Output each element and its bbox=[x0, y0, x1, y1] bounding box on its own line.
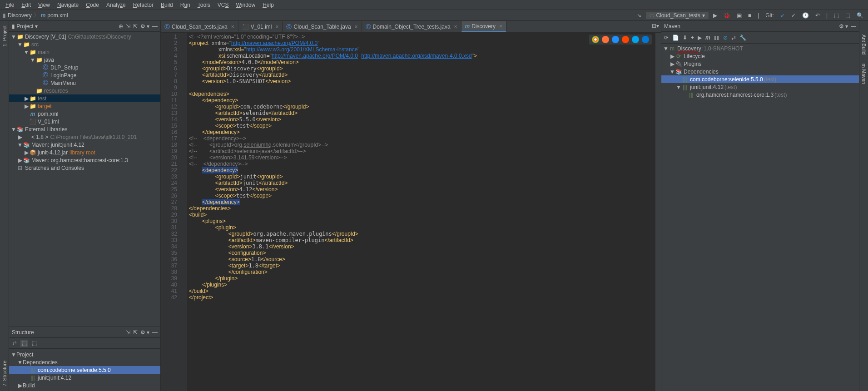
project-tree-item[interactable]: mpom.xml bbox=[9, 110, 160, 118]
menu-code[interactable]: Code bbox=[82, 1, 103, 9]
maven-tree-item[interactable]: ▼📚Dependencies bbox=[661, 68, 859, 75]
settings-icon[interactable]: ⬚ bbox=[832, 11, 841, 20]
project-tree-item[interactable]: ▼📁Discovery [V_01]C:\Git\autotests\Disco… bbox=[9, 33, 160, 40]
download-sources-icon[interactable]: ⬇ bbox=[683, 35, 687, 41]
editor-tab[interactable]: ⒸCloud_Scan_Table.java× bbox=[283, 21, 362, 32]
code-editor[interactable]: <!--<?xml version="1.0" encoding="UTF-8"… bbox=[187, 33, 655, 391]
toggle-skip-tests-icon[interactable]: ⊘ bbox=[723, 35, 728, 41]
menu-view[interactable]: View bbox=[35, 1, 54, 9]
collapse-all-icon[interactable]: ⇲ bbox=[126, 23, 130, 30]
menu-help[interactable]: Help bbox=[259, 1, 278, 9]
settings-gear-icon[interactable]: ⚙ ▾ bbox=[140, 23, 149, 30]
ie-icon[interactable] bbox=[632, 36, 639, 43]
maven-tree-item[interactable]: ▶🔌Plugins bbox=[661, 60, 859, 68]
run-configuration-selector[interactable]: ⬭ Cloud_Scan_tests ▾ bbox=[646, 12, 708, 19]
hide-panel-icon[interactable]: — bbox=[152, 23, 158, 30]
show-dependencies-icon[interactable]: ⇄ bbox=[731, 35, 736, 41]
opera-icon[interactable] bbox=[622, 36, 629, 43]
project-tool-button[interactable]: 1: Project bbox=[2, 25, 7, 46]
filter-icon[interactable]: ⬚ bbox=[20, 340, 28, 347]
close-tab-icon[interactable]: × bbox=[499, 23, 502, 30]
maven-tree-item[interactable]: |||com.codeborne:selenide:5.5.0(test) bbox=[661, 75, 859, 83]
maven-tool-button[interactable]: m Maven bbox=[861, 64, 867, 84]
stop-button[interactable]: ■ bbox=[746, 11, 753, 20]
structure-tree-item[interactable]: ▼Project bbox=[9, 351, 160, 358]
menu-refactor[interactable]: Refactor bbox=[129, 1, 157, 9]
maven-tree-item[interactable]: ▶⟳Lifecycle bbox=[661, 52, 859, 60]
maven-settings-icon[interactable]: 🔧 bbox=[739, 35, 746, 41]
structure-tree-item[interactable]: ▼Dependencies bbox=[9, 358, 160, 366]
project-tree-item[interactable]: ⒸDLP_Setup bbox=[9, 64, 160, 71]
project-tree-item[interactable]: 📁resources bbox=[9, 87, 160, 94]
settings-icon[interactable]: ⚙ ▾ bbox=[839, 23, 848, 30]
maven-tree-item[interactable]: ▼|||junit:junit:4.12(test) bbox=[661, 83, 859, 91]
menu-build[interactable]: Build bbox=[157, 1, 177, 9]
menu-tools[interactable]: Tools bbox=[194, 1, 214, 9]
project-tree-item[interactable]: ▶< 1.8 >C:\Program Files\Java\jdk1.8.0_2… bbox=[9, 133, 160, 141]
maven-tree-item[interactable]: ▼mDiscovery:1.0-SNAPSHOT bbox=[661, 45, 859, 52]
close-tab-icon[interactable]: × bbox=[355, 24, 358, 30]
vcs-history-icon[interactable]: 🕐 bbox=[800, 11, 811, 20]
menu-navigate[interactable]: Navigate bbox=[54, 1, 82, 9]
coverage-button[interactable]: ▣ bbox=[735, 11, 744, 20]
maven-tree-item[interactable]: |||org.hamcrest:hamcrest-core:1.3(test) bbox=[661, 91, 859, 99]
structure-tree-item[interactable]: |||junit:junit:4.12 bbox=[9, 374, 160, 381]
structure-tree-item[interactable]: ▶Build bbox=[9, 381, 160, 389]
project-tree[interactable]: ▼📁Discovery [V_01]C:\Git\autotests\Disco… bbox=[9, 32, 160, 327]
fold-gutter[interactable] bbox=[181, 33, 187, 391]
menu-edit[interactable]: Edit bbox=[18, 1, 35, 9]
chrome-icon[interactable] bbox=[592, 36, 599, 43]
editor-body[interactable]: 1234567891011121314151617181920212223242… bbox=[161, 33, 661, 391]
reimport-icon[interactable]: ⟳ bbox=[664, 35, 669, 41]
menu-window[interactable]: Window bbox=[232, 1, 259, 9]
safari-icon[interactable] bbox=[612, 36, 619, 43]
project-tree-item[interactable]: ▶📚Maven: org.hamcrest:hamcrest-core:1.3 bbox=[9, 156, 160, 164]
editor-tab[interactable]: ⒸDomain_Object_Tree_tests.java× bbox=[362, 21, 461, 32]
project-view-selector[interactable]: ▮ Project ▾ bbox=[12, 23, 38, 30]
project-tree-item[interactable]: ⊟Scratches and Consoles bbox=[9, 164, 160, 172]
add-maven-project-icon[interactable]: + bbox=[691, 35, 694, 41]
hide-icon[interactable]: — bbox=[851, 23, 856, 30]
run-maven-build-icon[interactable]: ▶ bbox=[698, 35, 702, 41]
project-tree-item[interactable]: ⬛V_01.iml bbox=[9, 118, 160, 125]
editor-tab[interactable]: ⒸCloud_Scan_tests.java× bbox=[161, 21, 238, 32]
expand-icon[interactable]: ⇱ bbox=[133, 329, 138, 336]
locate-icon[interactable]: ⊕ bbox=[119, 23, 123, 30]
menu-run[interactable]: Run bbox=[177, 1, 194, 9]
debug-button[interactable]: 🐞 bbox=[722, 11, 732, 20]
editor-tab[interactable]: ⬛V_01.iml× bbox=[238, 21, 283, 32]
vcs-update-icon[interactable]: ↙ bbox=[779, 11, 787, 20]
menu-analyze[interactable]: Analyze bbox=[103, 1, 129, 9]
close-tab-icon[interactable]: × bbox=[454, 24, 457, 30]
firefox-icon[interactable] bbox=[602, 36, 609, 43]
build-icon[interactable]: ↘ bbox=[635, 11, 643, 20]
project-tree-item[interactable]: ▼📚Maven: junit:junit:4.12 bbox=[9, 141, 160, 148]
overflow-icon[interactable]: ⬚ bbox=[843, 11, 852, 20]
run-button[interactable]: ▶ bbox=[711, 11, 719, 20]
settings-icon[interactable]: ⚙ ▾ bbox=[140, 329, 149, 336]
breadcrumb-file[interactable]: pom.xml bbox=[47, 12, 68, 19]
menu-file[interactable]: File bbox=[2, 1, 18, 9]
toggle-offline-icon[interactable]: ⫿⫿ bbox=[714, 35, 719, 41]
ant-build-tool-button[interactable]: Ant Build bbox=[861, 35, 867, 54]
breadcrumb-project[interactable]: Discovery bbox=[8, 12, 32, 19]
project-tree-item[interactable]: ▶📦junit-4.12.jarlibrary root bbox=[9, 148, 160, 156]
maven-m-icon[interactable]: m bbox=[705, 35, 710, 41]
structure-tree-item[interactable]: |||com.codeborne:selenide:5.5.0 bbox=[9, 366, 160, 374]
structure-tool-button[interactable]: 7: Structure bbox=[2, 361, 7, 386]
project-tree-item[interactable]: ▶📁target bbox=[9, 102, 160, 110]
collapse-icon[interactable]: ⇲ bbox=[126, 329, 130, 336]
maven-tree[interactable]: ▼mDiscovery:1.0-SNAPSHOT▶⟳Lifecycle▶🔌Plu… bbox=[661, 44, 859, 391]
project-tree-item[interactable]: ⒸMainMenu bbox=[9, 79, 160, 87]
project-tree-item[interactable]: ▶📁test bbox=[9, 94, 160, 102]
editor-tab[interactable]: mDiscovery× bbox=[461, 21, 506, 32]
vcs-rollback-icon[interactable]: ↶ bbox=[813, 11, 822, 20]
expand-all-icon[interactable]: ⇱ bbox=[133, 23, 138, 30]
project-tree-item[interactable]: ▼📁main bbox=[9, 48, 160, 56]
search-everywhere-icon[interactable]: 🔍 bbox=[855, 11, 865, 20]
tab-overflow-icon[interactable]: ⊟▾ bbox=[652, 23, 659, 29]
project-tree-item[interactable]: ▼📁java bbox=[9, 56, 160, 64]
vcs-commit-icon[interactable]: ✓ bbox=[789, 11, 798, 20]
autoscroll-icon[interactable]: ⬚ bbox=[32, 340, 37, 346]
project-tree-item[interactable]: ⒸLoginPage bbox=[9, 71, 160, 79]
